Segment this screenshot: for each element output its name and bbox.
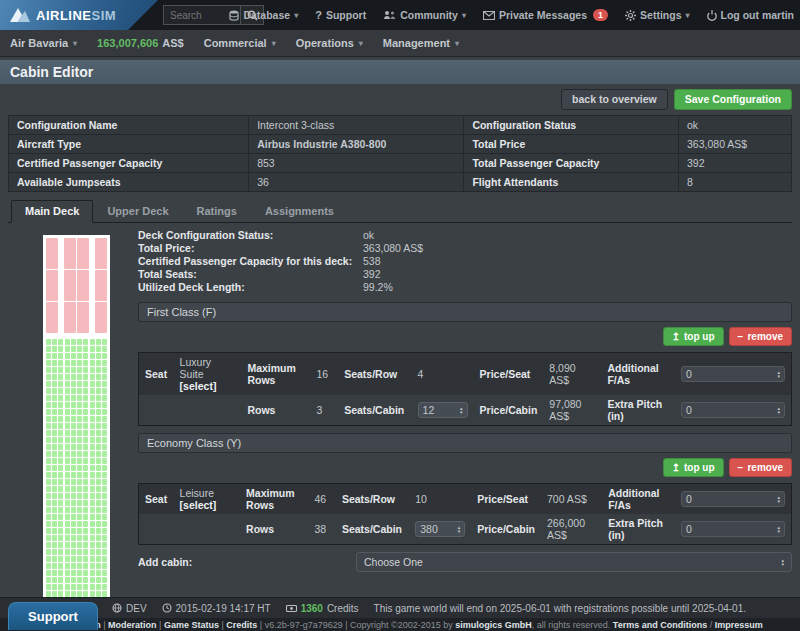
seat [83,360,88,366]
seat [52,549,57,555]
seat [58,563,63,569]
additional-fas-stepper[interactable]: 0▴▾ [681,491,785,507]
seat [52,493,57,499]
tab-ratings[interactable]: Ratings [183,200,251,223]
footer-link[interactable]: Game Status [164,620,219,630]
seat-select-link[interactable]: [select] [180,499,217,511]
main-deck-panel: Deck Configuration Status: ok Total Pric… [8,223,792,603]
seat [77,270,89,301]
deck-settings-column: Deck Configuration Status: ok Total Pric… [138,223,792,603]
add-cabin-select[interactable]: Choose One ▴▾ [356,552,792,572]
menu-support[interactable]: ? Support [315,9,366,21]
footer-link[interactable]: Terms and Conditions [613,620,707,630]
extra-pitch-stepper[interactable]: 0▴▾ [681,521,785,537]
seat-type-name: Luxury Suite [180,356,212,380]
seat [90,374,95,380]
seat [102,353,107,359]
seat [90,479,95,485]
seat [52,521,57,527]
remove-cabin-button[interactable]: −remove [729,458,792,477]
environment-indicator: DEV [112,603,147,614]
seat [46,346,51,352]
seat [83,388,88,394]
seat [46,451,51,457]
seat [52,472,57,478]
seat [52,430,57,436]
extra-pitch-stepper[interactable]: 0▴▾ [681,402,785,418]
seat [102,339,107,345]
menu-commercial[interactable]: Commercial▾ [204,37,276,49]
add-cabin-label: Add cabin: [138,556,356,568]
seat [90,381,95,387]
tab-main-deck[interactable]: Main Deck [11,200,93,223]
additional-fas-stepper[interactable]: 0▴▾ [681,366,785,382]
price-per-cabin-value: 266,000 AS$ [541,514,602,545]
top-up-button[interactable]: ↥top up [663,458,724,477]
footer-link[interactable]: Impressum [715,620,763,630]
seat [65,500,70,506]
seat [90,577,95,583]
seat [96,577,101,583]
seat [90,360,95,366]
seat [71,339,76,345]
seat [83,521,88,527]
menu-settings[interactable]: Settings▾ [625,9,689,21]
menu-community[interactable]: Community▾ [383,9,466,21]
seat [77,507,82,513]
save-configuration-button[interactable]: Save Configuration [674,89,792,110]
support-button[interactable]: Support [8,602,98,630]
seat [95,238,107,269]
database-icon [229,10,239,21]
seat [65,521,70,527]
seat [52,556,57,562]
seat [71,402,76,408]
footer-link[interactable]: Credits [226,620,257,630]
menu-database[interactable]: Database▾ [229,9,298,21]
seat [77,395,82,401]
page-actions: back to overview Save Configuration [8,89,792,110]
list-item: Total Price: 363,080 AS$ [138,242,792,255]
seat [46,542,51,548]
back-to-overview-button[interactable]: back to overview [561,89,668,110]
seat [77,563,82,569]
credits-balance[interactable]: 1360 Credits [286,603,359,614]
seat [46,367,51,373]
seats-per-cabin-input[interactable]: 380▴▾ [415,521,465,537]
seat [102,493,107,499]
configuration-status-value: ok [679,116,792,135]
logo[interactable]: AIRLINESIM [0,0,158,30]
airline-menu[interactable]: Air Bavaria▾ [10,37,77,49]
seat [46,458,51,464]
top-up-button[interactable]: ↥top up [663,327,724,346]
seat [96,402,101,408]
menu-private-messages[interactable]: Private Messages 1 [483,9,608,21]
seat [77,402,82,408]
seat [46,402,51,408]
menu-management[interactable]: Management▾ [383,37,459,49]
seats-per-cabin-input[interactable]: 12▴▾ [418,402,468,418]
seat [46,479,51,485]
tab-assignments[interactable]: Assignments [251,200,348,223]
seat [65,514,70,520]
seat [102,360,107,366]
seat [52,381,57,387]
seat [46,423,51,429]
seat [102,402,107,408]
tab-upper-deck[interactable]: Upper Deck [93,200,182,223]
seat [90,535,95,541]
seat [90,458,95,464]
seat [52,374,57,380]
seat [83,577,88,583]
menu-operations[interactable]: Operations▾ [296,37,363,49]
footer-link[interactable]: Moderation [108,620,157,630]
seat [52,437,57,443]
seat-select-link[interactable]: [select] [180,380,217,392]
stepper-arrows-icon: ▴▾ [777,406,780,414]
menu-logout[interactable]: Log out martin [707,9,795,21]
seat [65,556,70,562]
seat [77,451,82,457]
remove-cabin-button[interactable]: −remove [729,327,792,346]
seat [58,584,63,590]
footer-link[interactable]: simulogics GmbH [455,620,532,630]
seat [58,437,63,443]
